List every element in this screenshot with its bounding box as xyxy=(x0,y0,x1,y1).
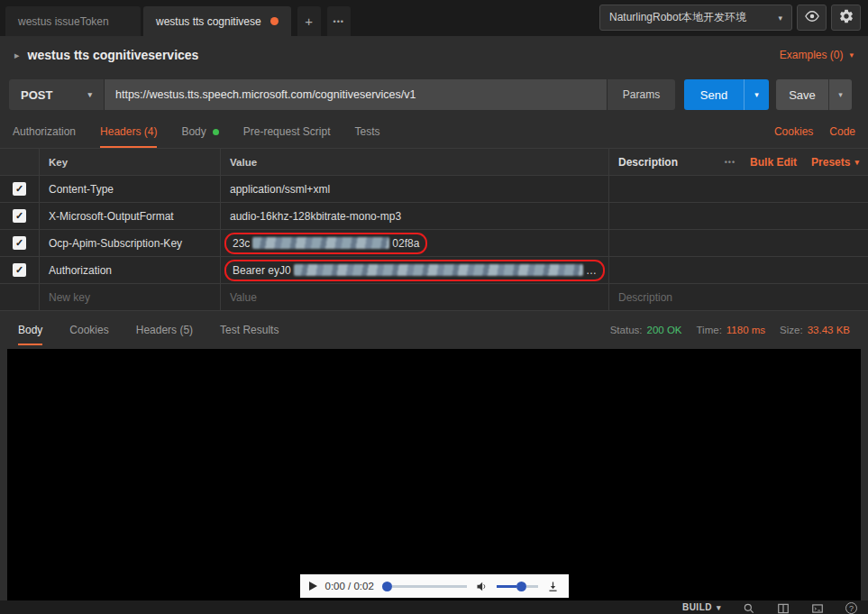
header-description-cell[interactable] xyxy=(609,203,868,229)
response-meta: Status: 200 OK Time: 1180 ms Size: 33.43… xyxy=(610,325,850,335)
examples-button[interactable]: Examples (0) ▾ xyxy=(780,49,854,61)
seek-handle[interactable] xyxy=(382,582,392,591)
value-suffix: … xyxy=(586,264,597,277)
request-tab-strip: westus issueToken westus tts cognitivese… xyxy=(0,6,351,36)
header-value-cell[interactable]: audio-16khz-128kbitrate-mono-mp3 xyxy=(221,203,609,229)
response-tabs: Body Cookies Headers (5) Test Results St… xyxy=(0,311,868,349)
save-options-button[interactable]: ▾ xyxy=(828,79,852,110)
new-description-input[interactable] xyxy=(618,291,859,304)
environment-name: NaturlingRobot本地开发环境 xyxy=(609,10,746,25)
row-checkbox[interactable]: ✓ xyxy=(13,236,26,250)
volume-icon[interactable] xyxy=(475,580,489,593)
tab-body[interactable]: Body xyxy=(181,115,218,148)
chevron-down-icon: ▾ xyxy=(838,90,843,99)
size-label: Size: xyxy=(780,325,803,335)
header-description-cell[interactable] xyxy=(609,176,868,202)
chevron-down-icon: ▾ xyxy=(754,90,759,99)
play-button[interactable] xyxy=(309,582,317,591)
header-row-new xyxy=(0,284,868,311)
header-key-cell[interactable]: Content-Type xyxy=(40,176,221,202)
environment-preview-button[interactable] xyxy=(797,5,827,31)
request-tab-cognitiveservices[interactable]: westus tts cognitivese xyxy=(143,6,291,36)
request-title: westus tts cognitiveservices xyxy=(28,48,199,62)
header-description-cell[interactable] xyxy=(609,230,868,256)
save-button-group: Save ▾ xyxy=(776,79,852,110)
value-prefix: 23c xyxy=(233,237,250,250)
environment-selector[interactable]: NaturlingRobot本地开发环境 ▾ xyxy=(599,5,792,31)
tab-tests[interactable]: Tests xyxy=(354,115,379,148)
two-pane-layout-icon[interactable] xyxy=(777,602,790,614)
size-value: 33.43 KB xyxy=(808,325,850,335)
header-value-cell[interactable]: application/ssml+xml xyxy=(221,176,609,202)
tab-label: westus tts cognitivese xyxy=(156,15,261,28)
value-prefix: Bearer eyJ0 xyxy=(233,264,291,277)
tab-authorization[interactable]: Authorization xyxy=(13,115,76,148)
help-icon[interactable]: ? xyxy=(845,602,857,614)
redacted-value-highlight[interactable]: Bearer eyJ0 … xyxy=(224,260,605,281)
response-tab-headers[interactable]: Headers (5) xyxy=(136,315,193,345)
tab-options-button[interactable]: ••• xyxy=(327,6,351,36)
header-key-cell[interactable]: Ocp-Apim-Subscription-Key xyxy=(40,230,221,256)
audio-time: 0:00 / 0:02 xyxy=(325,581,374,591)
tab-headers[interactable]: Headers (4) xyxy=(100,115,157,148)
save-button[interactable]: Save xyxy=(776,79,828,110)
row-checkbox[interactable]: ✓ xyxy=(13,263,26,277)
request-url-row: POST ▾ https://westus.tts.speech.microso… xyxy=(0,74,868,115)
chevron-down-icon: ▾ xyxy=(854,158,859,167)
time-label: Time: xyxy=(697,325,722,335)
table-options-button[interactable]: ••• xyxy=(725,158,736,167)
header-row-output-format: ✓ X-Microsoft-OutputFormat audio-16khz-1… xyxy=(0,203,868,230)
header-key-cell[interactable]: Authorization xyxy=(40,257,221,283)
params-button[interactable]: Params xyxy=(607,79,675,110)
volume-slider[interactable] xyxy=(497,582,538,591)
request-tab-issuetoken[interactable]: westus issueToken xyxy=(5,6,141,36)
new-tab-button[interactable]: + xyxy=(297,6,321,36)
send-button[interactable]: Send xyxy=(684,79,744,110)
redacted-value-highlight[interactable]: 23c 02f8a xyxy=(224,233,427,254)
headers-table-header-row: Key Value Description ••• Bulk Edit Pres… xyxy=(0,149,868,176)
tab-label: westus issueToken xyxy=(18,15,109,28)
new-key-input[interactable] xyxy=(49,291,211,304)
header-description-cell[interactable] xyxy=(609,257,868,283)
new-value-input[interactable] xyxy=(230,291,599,304)
row-checkbox[interactable]: ✓ xyxy=(13,209,26,223)
check-icon: ✓ xyxy=(15,238,23,248)
chevron-down-icon: ▾ xyxy=(87,90,92,99)
console-icon[interactable] xyxy=(811,602,824,614)
build-selector[interactable]: BUILD ▾ xyxy=(682,602,721,612)
body-present-dot-icon xyxy=(213,129,219,135)
check-icon: ✓ xyxy=(15,265,23,275)
response-tab-test-results[interactable]: Test Results xyxy=(220,315,279,345)
select-all-column xyxy=(0,149,40,175)
download-icon[interactable] xyxy=(546,580,560,593)
tab-prerequest-script[interactable]: Pre-request Script xyxy=(243,115,331,148)
header-row-authorization: ✓ Authorization Bearer eyJ0 … xyxy=(0,257,868,284)
request-title-row: ▸ westus tts cognitiveservices Examples … xyxy=(0,36,868,74)
headers-editor-table: Key Value Description ••• Bulk Edit Pres… xyxy=(0,148,868,311)
header-value-cell[interactable]: 23c 02f8a xyxy=(221,230,609,256)
settings-button[interactable] xyxy=(831,5,861,31)
send-button-group: Send ▾ xyxy=(684,79,769,110)
seek-slider[interactable] xyxy=(382,582,467,591)
column-header-value: Value xyxy=(221,149,609,175)
response-tab-body[interactable]: Body xyxy=(18,315,42,345)
header-row-subscription-key: ✓ Ocp-Apim-Subscription-Key 23c 02f8a xyxy=(0,230,868,257)
row-checkbox[interactable]: ✓ xyxy=(13,182,26,196)
request-tabs: Authorization Headers (4) Body Pre-reque… xyxy=(0,115,868,148)
send-options-button[interactable]: ▾ xyxy=(744,79,769,110)
bulk-edit-button[interactable]: Bulk Edit xyxy=(750,156,797,169)
code-link[interactable]: Code xyxy=(829,125,855,138)
header-value-cell[interactable]: Bearer eyJ0 … xyxy=(221,257,609,283)
search-icon[interactable] xyxy=(743,602,755,614)
response-tab-cookies[interactable]: Cookies xyxy=(69,315,108,345)
volume-handle[interactable] xyxy=(516,582,526,591)
header-key-cell[interactable]: X-Microsoft-OutputFormat xyxy=(40,203,221,229)
unsaved-dot-icon xyxy=(270,17,279,25)
request-tabs-links: Cookies Code xyxy=(774,125,855,138)
method-select[interactable]: POST ▾ xyxy=(9,79,105,110)
environment-controls: NaturlingRobot本地开发环境 ▾ xyxy=(599,5,861,31)
url-input[interactable]: https://westus.tts.speech.microsoft.com/… xyxy=(105,79,607,110)
presets-button[interactable]: Presets ▾ xyxy=(811,156,859,169)
caret-right-icon[interactable]: ▸ xyxy=(14,50,20,61)
cookies-link[interactable]: Cookies xyxy=(774,125,813,138)
